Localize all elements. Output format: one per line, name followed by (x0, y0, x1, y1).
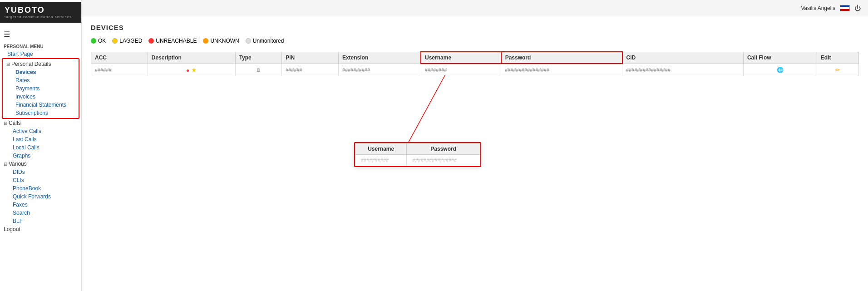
th-description: Description (148, 52, 235, 64)
table-wrapper: ACC Description Type PIN Extension Usern… (91, 51, 859, 76)
sidebar-section-personal-details[interactable]: ⊟ Personal Details (3, 60, 79, 68)
tooltip-data-row: ########## ################ (355, 155, 480, 166)
sidebar-item-graphs[interactable]: Graphs (0, 152, 81, 160)
legend-unmonitored: Unmonitored (246, 38, 284, 44)
table-header-row: ACC Description Type PIN Extension Usern… (91, 52, 859, 64)
cell-username: ######## (421, 64, 501, 76)
cell-cid: ################ (622, 64, 744, 76)
cell-extension: ########## (338, 64, 421, 76)
sidebar-item-phonebook[interactable]: PhoneBook (0, 184, 81, 192)
tooltip-username-val: ########## (355, 155, 407, 166)
unknown-label: UNKNOWN (210, 38, 239, 44)
unmonitored-dot (246, 38, 251, 44)
username-password-tooltip: Username Password ########## ###########… (354, 142, 481, 167)
th-acc: ACC (91, 52, 148, 64)
status-red-dot: ● (186, 67, 189, 74)
devices-table: ACC Description Type PIN Extension Usern… (91, 51, 859, 76)
sidebar-item-last-calls[interactable]: Last Calls (0, 135, 81, 143)
cell-type: 🖥 (235, 64, 282, 76)
toggle-minus-icon: ⊟ (6, 62, 10, 67)
tooltip-th-username: Username (355, 143, 407, 155)
sidebar-item-devices[interactable]: Devices (3, 68, 79, 76)
svg-line-0 (409, 75, 445, 142)
legend: OK LAGGED UNREACHABLE UNKNOWN Unmonitore… (91, 38, 859, 44)
sidebar: YUBOTO targeted communication services ☰… (0, 0, 82, 291)
unmonitored-label: Unmonitored (253, 38, 284, 44)
edit-icon[interactable]: ✏ (835, 67, 840, 73)
sidebar-item-invoices[interactable]: Invoices (3, 93, 79, 101)
logo: YUBOTO (5, 5, 77, 15)
lagged-label: LAGGED (119, 38, 142, 44)
sidebar-item-search[interactable]: Search (0, 209, 81, 217)
hamburger-menu[interactable]: ☰ (0, 26, 81, 42)
page-title: DEVICES (91, 24, 859, 31)
cell-description: ● ★ (148, 64, 235, 76)
unknown-dot (203, 38, 208, 44)
sidebar-item-quick-forwards[interactable]: Quick Forwards (0, 192, 81, 201)
table-row: ###### ● ★ 🖥 ###### ########## ######## … (91, 64, 859, 76)
various-label: Various (9, 161, 27, 167)
ok-dot (91, 38, 96, 44)
topbar-username: Vasilis Angelis (801, 5, 835, 11)
sidebar-section-various[interactable]: ⊟ Various (0, 160, 81, 168)
cell-edit: ✏ (817, 64, 858, 76)
cell-password: ################ (501, 64, 622, 76)
content-area: DEVICES OK LAGGED UNREACHABLE UNKNOWN Un… (82, 16, 868, 291)
flag-icon (840, 5, 850, 11)
personal-details-highlight: ⊟ Personal Details Devices Rates Payment… (2, 58, 79, 119)
th-cid: CID (622, 52, 744, 64)
sidebar-item-start-page[interactable]: Start Page (0, 50, 81, 58)
callflow-icon[interactable]: 🌐 (777, 67, 784, 73)
tooltip-table: Username Password ########## ###########… (355, 143, 480, 166)
th-password: Password (501, 52, 622, 64)
logo-area: YUBOTO targeted communication services (0, 2, 81, 23)
sidebar-item-faxes[interactable]: Faxes (0, 201, 81, 209)
sidebar-item-subscriptions[interactable]: Subscriptions (3, 109, 79, 117)
th-type: Type (235, 52, 282, 64)
topbar: Vasilis Angelis ⏻ (82, 0, 868, 16)
cell-acc: ###### (91, 64, 148, 76)
power-icon[interactable]: ⏻ (854, 5, 861, 12)
sidebar-item-dids[interactable]: DIDs (0, 168, 81, 176)
tooltip-password-val: ################ (407, 155, 480, 166)
sidebar-item-clis[interactable]: CLIs (0, 176, 81, 184)
calls-label: Calls (9, 120, 21, 126)
lagged-dot (112, 38, 118, 44)
toggle-minus-various-icon: ⊟ (4, 162, 7, 167)
th-extension: Extension (338, 52, 421, 64)
legend-ok: OK (91, 38, 106, 44)
main-content: Vasilis Angelis ⏻ DEVICES OK LAGGED UNRE… (82, 0, 868, 291)
ok-label: OK (98, 38, 106, 44)
cell-pin: ###### (282, 64, 339, 76)
legend-unreachable: UNREACHABLE (148, 38, 197, 44)
sidebar-item-active-calls[interactable]: Active Calls (0, 127, 81, 135)
sidebar-item-payments[interactable]: Payments (3, 84, 79, 93)
sidebar-item-blf[interactable]: BLF (0, 217, 81, 225)
personal-details-label: Personal Details (11, 61, 51, 67)
sidebar-item-financial-statements[interactable]: Financial Statements (3, 101, 79, 109)
star-icon: ★ (191, 66, 197, 74)
unreachable-label: UNREACHABLE (156, 38, 197, 44)
th-edit: Edit (817, 52, 858, 64)
toggle-minus-calls-icon: ⊟ (4, 121, 7, 126)
tooltip-header-row: Username Password (355, 143, 480, 155)
th-callflow: Call Flow (743, 52, 817, 64)
sidebar-section-calls[interactable]: ⊟ Calls (0, 119, 81, 127)
sidebar-item-logout[interactable]: Logout (0, 225, 81, 233)
unreachable-dot (148, 38, 154, 44)
th-username: Username (421, 52, 501, 64)
legend-lagged: LAGGED (112, 38, 142, 44)
th-pin: PIN (282, 52, 339, 64)
legend-unknown: UNKNOWN (203, 38, 239, 44)
logo-subtitle: targeted communication services (5, 15, 77, 19)
tooltip-th-password: Password (407, 143, 480, 155)
type-icon: 🖥 (256, 67, 261, 73)
sidebar-item-rates[interactable]: Rates (3, 76, 79, 84)
cell-callflow: 🌐 (743, 64, 817, 76)
sidebar-item-local-calls[interactable]: Local Calls (0, 143, 81, 152)
personal-menu-label: PERSONAL MENU (0, 42, 81, 50)
